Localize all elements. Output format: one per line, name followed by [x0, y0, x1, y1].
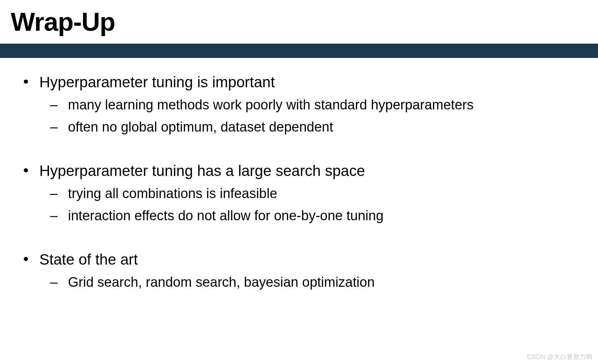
sub-bullet-item: – Grid search, random search, bayesian o… — [21, 273, 577, 291]
watermark: CSDN @大白要努力啊 — [527, 353, 592, 361]
sub-bullet-item: – interaction effects do not allow for o… — [21, 207, 577, 225]
bullet-item: • Hyperparameter tuning is important — [21, 72, 577, 92]
bullet-text: Hyperparameter tuning has a large search… — [39, 161, 365, 180]
sub-bullet-text: trying all combinations is infeasible — [68, 185, 277, 202]
slide-content: • Hyperparameter tuning is important – m… — [0, 58, 598, 291]
bullet-text: State of the art — [39, 250, 138, 269]
bullet-marker: • — [21, 72, 39, 91]
bullet-block: • Hyperparameter tuning is important – m… — [21, 72, 577, 136]
divider-bar — [0, 44, 598, 58]
bullet-text: Hyperparameter tuning is important — [39, 72, 275, 92]
slide-title: Wrap-Up — [0, 0, 598, 44]
sub-bullet-item: – trying all combinations is infeasible — [21, 185, 577, 202]
sub-bullet-item: – often no global optimum, dataset depen… — [21, 118, 577, 136]
sub-bullet-marker: – — [50, 273, 68, 291]
bullet-item: • Hyperparameter tuning has a large sear… — [21, 161, 577, 180]
sub-bullet-text: many learning methods work poorly with s… — [68, 96, 474, 114]
sub-bullet-marker: – — [50, 207, 68, 225]
sub-bullet-text: often no global optimum, dataset depende… — [68, 118, 333, 136]
bullet-block: • State of the art – Grid search, random… — [21, 250, 577, 291]
sub-bullet-item: – many learning methods work poorly with… — [21, 96, 577, 114]
bullet-block: • Hyperparameter tuning has a large sear… — [21, 161, 577, 225]
sub-bullet-marker: – — [50, 96, 68, 114]
bullet-item: • State of the art — [21, 250, 577, 269]
sub-bullet-text: Grid search, random search, bayesian opt… — [68, 273, 375, 291]
sub-bullet-marker: – — [50, 185, 68, 202]
bullet-marker: • — [21, 161, 39, 179]
bullet-marker: • — [21, 250, 39, 268]
sub-bullet-text: interaction effects do not allow for one… — [68, 207, 383, 225]
sub-bullet-marker: – — [50, 118, 68, 136]
